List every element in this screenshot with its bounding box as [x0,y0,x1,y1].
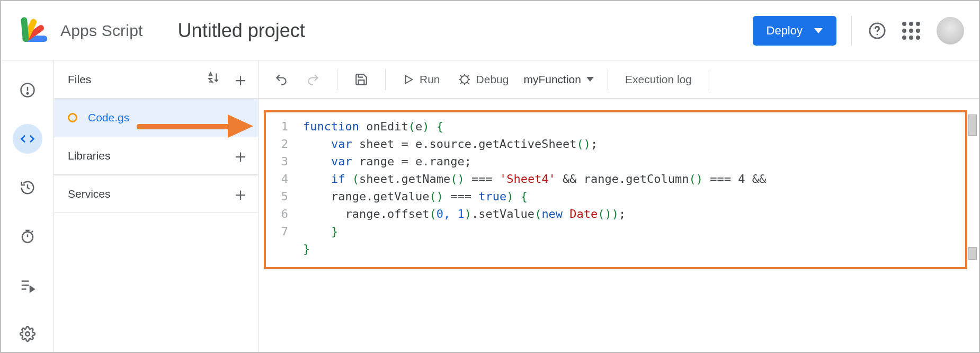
rail-history-icon[interactable] [13,173,42,202]
svg-point-8 [26,93,28,94]
brand-name: Apps Script [60,22,143,40]
project-title[interactable]: Untitled project [178,20,305,42]
left-rail [1,60,54,352]
debug-button[interactable]: Debug [455,70,512,89]
services-label: Services [68,188,231,200]
libraries-label: Libraries [68,149,231,162]
unsaved-dot-icon [68,113,77,122]
add-file-icon[interactable]: ＋ [231,70,250,89]
sort-az-icon[interactable] [207,70,221,89]
rail-triggers-icon[interactable] [13,222,42,251]
sidebar-libraries-header: Libraries ＋ [54,137,258,175]
svg-rect-3 [21,16,29,42]
apps-grid-icon[interactable] [901,20,922,41]
function-selector[interactable]: myFunction [523,73,594,86]
svg-marker-18 [406,75,413,83]
function-name: myFunction [523,73,581,86]
execution-log-label: Execution log [625,73,692,86]
sidebar: Files ＋ Code.gs Libraries ＋ Services ＋ [54,60,259,352]
minimap-scrub[interactable] [968,247,977,260]
code-editor[interactable]: 1234567 function onEdit(e) { var sheet =… [264,110,967,269]
file-name: Code.gs [88,111,129,124]
line-gutter: 1234567 [266,112,293,267]
debug-label: Debug [476,73,509,86]
header: Apps Script Untitled project Deploy [1,1,979,60]
editor-area: 1234567 function onEdit(e) { var sheet =… [259,99,979,352]
svg-point-5 [877,33,878,35]
sidebar-services-header: Services ＋ [54,175,258,213]
deploy-button[interactable]: Deploy [753,16,836,46]
deploy-label: Deploy [767,24,803,38]
sidebar-file-code-gs[interactable]: Code.gs [54,99,258,137]
run-button[interactable]: Run [399,70,443,89]
sidebar-files-header: Files ＋ [54,60,258,99]
app-window: Apps Script Untitled project Deploy [0,0,980,353]
undo-button[interactable] [271,69,291,90]
avatar[interactable] [937,17,964,45]
svg-line-12 [31,231,33,233]
apps-script-logo-icon [20,16,50,46]
rail-overview-icon[interactable] [13,75,42,105]
add-library-icon[interactable]: ＋ [231,147,250,165]
rail-editor-icon[interactable] [13,124,42,154]
files-label: Files [68,73,207,86]
brand-block: Apps Script [20,16,143,46]
code-content[interactable]: function onEdit(e) { var sheet = e.sourc… [293,112,965,267]
chevron-down-icon [814,28,823,33]
editor-toolbar: Run Debug myFunction Execution log [259,60,979,99]
add-service-icon[interactable]: ＋ [231,185,250,203]
help-icon[interactable] [867,20,888,41]
execution-log-button[interactable]: Execution log [622,70,695,89]
rail-settings-icon[interactable] [13,319,42,349]
rail-executions-icon[interactable] [13,270,42,300]
minimap-scrub[interactable] [968,114,977,136]
main: Run Debug myFunction Execution log [259,60,979,352]
svg-marker-16 [30,287,34,292]
divider [851,16,852,46]
redo-button[interactable] [303,69,323,90]
svg-point-17 [25,332,30,336]
svg-point-19 [461,76,468,83]
save-button[interactable] [351,69,371,90]
chevron-down-icon [586,77,594,82]
run-label: Run [420,73,440,86]
